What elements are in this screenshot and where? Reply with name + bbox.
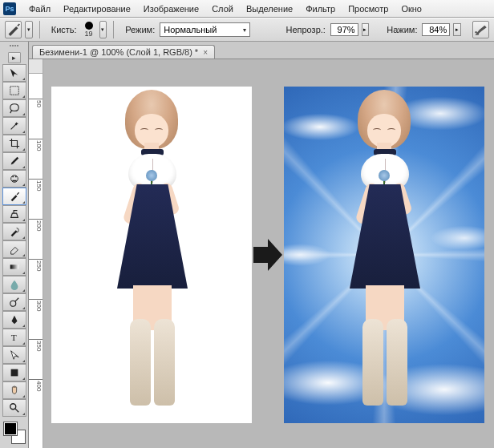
opacity-input[interactable]: 97% <box>330 23 358 36</box>
ruler-tick: 200 <box>29 219 43 259</box>
options-bar: ▾ Кисть: 19 ▾ Режим: Нормальный ▾ Непроз… <box>0 18 494 42</box>
shape-tool[interactable] <box>2 364 26 381</box>
menu-file[interactable]: Файл <box>22 2 57 16</box>
eraser-tool[interactable] <box>2 240 26 258</box>
ruler-tick: 50 <box>29 99 43 139</box>
ruler-tick: 250 <box>29 259 43 299</box>
svg-point-0 <box>475 31 476 33</box>
eyedropper-tool[interactable] <box>2 152 26 170</box>
menu-window[interactable]: Окно <box>395 2 428 16</box>
opacity-flyout[interactable]: ▸ <box>362 23 370 36</box>
flow-label: Нажим: <box>387 25 417 34</box>
tool-preset-menu[interactable]: ▾ <box>25 21 33 38</box>
brush-preview[interactable]: 19 <box>85 22 93 38</box>
svg-rect-5 <box>14 176 16 178</box>
svg-point-8 <box>10 301 15 306</box>
ruler-vertical[interactable]: 50100150200250300350400 <box>29 74 43 448</box>
app-logo-icon: Ps <box>3 2 16 15</box>
tool-preset-icon[interactable] <box>5 21 22 38</box>
before-panel <box>51 87 252 423</box>
character-illustration <box>91 90 212 410</box>
arrow-right-icon <box>252 237 284 272</box>
opacity-label: Непрозр.: <box>285 25 325 34</box>
move-tool[interactable] <box>2 64 26 82</box>
menu-select[interactable]: Выделение <box>240 2 299 16</box>
svg-rect-10 <box>10 369 18 377</box>
menubar: Ps Файл Редактирование Изображение Слой … <box>0 0 494 18</box>
close-tab-icon[interactable]: × <box>203 48 208 57</box>
ruler-tick: 400 <box>29 379 43 419</box>
magic-wand-tool[interactable] <box>2 117 26 135</box>
brush-tool[interactable] <box>2 188 26 205</box>
separator <box>39 21 40 38</box>
flow-flyout[interactable]: ▸ <box>453 23 461 36</box>
character-illustration <box>324 90 444 410</box>
path-selection-tool[interactable] <box>2 346 26 364</box>
blend-mode-value: Нормальный <box>164 25 217 34</box>
document-tabbar: Безимени-1 @ 100% (Слой 1, RGB/8) * × <box>29 42 494 59</box>
svg-rect-6 <box>12 180 16 182</box>
zoom-tool[interactable] <box>2 399 26 417</box>
menu-help[interactable] <box>428 6 441 11</box>
separator <box>113 21 114 38</box>
chevron-down-icon: ▾ <box>243 26 246 34</box>
blur-tool[interactable] <box>2 276 26 293</box>
svg-point-11 <box>10 404 15 410</box>
canvas-area[interactable] <box>43 74 494 448</box>
crop-tool[interactable] <box>2 135 26 152</box>
svg-text:T: T <box>10 333 16 342</box>
ruler-tick: 150 <box>29 179 43 219</box>
svg-rect-2 <box>10 87 18 95</box>
svg-rect-7 <box>10 264 18 268</box>
brush-picker-menu[interactable]: ▾ <box>99 21 107 38</box>
document-tab-title: Безимени-1 @ 100% (Слой 1, RGB/8) * <box>39 47 198 57</box>
type-tool[interactable]: T <box>2 329 26 346</box>
flow-input[interactable]: 84% <box>422 23 450 36</box>
ruler-tick: 100 <box>29 139 43 179</box>
canvas-content <box>51 79 484 431</box>
after-panel <box>284 87 484 423</box>
panel-grip-icon[interactable] <box>2 45 26 50</box>
history-brush-tool[interactable] <box>2 223 26 240</box>
document-tab[interactable]: Безимени-1 @ 100% (Слой 1, RGB/8) * × <box>32 45 215 59</box>
svg-rect-4 <box>12 176 14 178</box>
hand-tool[interactable] <box>2 381 26 399</box>
ruler-tick: 300 <box>29 299 43 339</box>
tools-column-toggle[interactable]: ▸ <box>8 52 21 63</box>
foreground-color-swatch[interactable] <box>4 422 17 435</box>
brush-size-value: 19 <box>85 30 93 38</box>
mode-label: Режим: <box>125 25 155 34</box>
menu-edit[interactable]: Редактирование <box>57 2 137 16</box>
ruler-origin[interactable] <box>29 59 43 74</box>
menu-layer[interactable]: Слой <box>205 2 240 16</box>
clone-stamp-tool[interactable] <box>2 205 26 223</box>
pen-tool[interactable] <box>2 311 26 329</box>
ruler-tick: 350 <box>29 339 43 379</box>
menu-filter[interactable]: Фильтр <box>299 2 342 16</box>
svg-point-1 <box>477 34 479 35</box>
menu-image[interactable]: Изображение <box>137 2 205 16</box>
lasso-tool[interactable] <box>2 99 26 117</box>
healing-brush-tool[interactable] <box>2 170 26 188</box>
dodge-tool[interactable] <box>2 293 26 311</box>
blend-mode-select[interactable]: Нормальный ▾ <box>160 22 250 37</box>
marquee-tool[interactable] <box>2 82 26 99</box>
brush-label: Кисть: <box>51 25 77 34</box>
menu-view[interactable]: Просмотр <box>342 2 395 16</box>
gradient-tool[interactable] <box>2 258 26 276</box>
brush-dot-icon <box>85 22 93 30</box>
color-swatches[interactable] <box>4 422 25 443</box>
tools-panel: ▸ T <box>0 42 29 448</box>
airbrush-icon[interactable] <box>472 21 489 38</box>
